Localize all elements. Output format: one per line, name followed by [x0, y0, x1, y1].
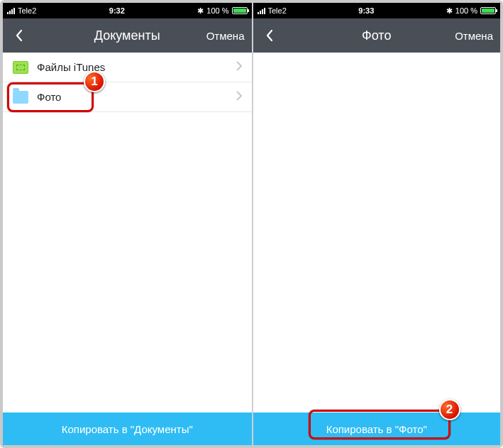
folder-icon: [13, 91, 28, 104]
chevron-left-icon: [15, 29, 23, 42]
row-itunes-files[interactable]: Файлы iTunes: [3, 53, 252, 82]
folder-list-empty: [253, 53, 501, 413]
bluetooth-icon: ✱: [197, 6, 204, 16]
status-bar: Tele2 9:32 ✱ 100 %: [3, 3, 252, 18]
carrier-label: Tele2: [268, 6, 287, 15]
cancel-button[interactable]: Отмена: [206, 30, 245, 42]
status-bar: Tele2 9:33 ✱ 100 %: [253, 3, 501, 18]
row-label: Файлы iTunes: [37, 61, 105, 73]
signal-icon: [7, 8, 15, 14]
signal-icon: [258, 8, 265, 14]
copy-button[interactable]: Копировать в "Документы": [3, 413, 252, 445]
cancel-button[interactable]: Отмена: [455, 30, 493, 42]
row-photo[interactable]: Фото: [3, 82, 252, 112]
folder-list: Файлы iTunes Фото: [3, 53, 252, 413]
battery-icon: [480, 7, 496, 14]
carrier-label: Tele2: [18, 6, 36, 15]
chevron-right-icon: [236, 91, 242, 104]
battery-icon: [232, 7, 248, 14]
clock-label: 9:33: [289, 6, 443, 15]
bluetooth-icon: ✱: [446, 6, 453, 16]
screen-documents: Tele2 9:32 ✱ 100 % Документы Отмена Файл…: [3, 3, 252, 445]
back-button[interactable]: [10, 26, 28, 45]
battery-percent: 100 %: [206, 6, 228, 15]
copy-button-label: Копировать в "Документы": [62, 423, 193, 435]
nav-bar: Фото Отмена: [253, 18, 501, 53]
status-left: Tele2: [7, 6, 36, 15]
row-label: Фото: [37, 91, 61, 103]
dual-screenshot-frame: Tele2 9:32 ✱ 100 % Документы Отмена Файл…: [0, 0, 503, 448]
status-left: Tele2: [258, 6, 287, 15]
back-button[interactable]: [260, 26, 279, 45]
screen-photo: Tele2 9:33 ✱ 100 % Фото Отмена Копироват…: [252, 3, 501, 445]
status-right: ✱ 100 %: [446, 6, 496, 16]
chevron-left-icon: [265, 29, 274, 42]
chevron-right-icon: [236, 61, 242, 74]
battery-percent: 100 %: [455, 6, 477, 15]
copy-button[interactable]: Копировать в "Фото": [253, 413, 501, 445]
clock-label: 9:32: [39, 6, 194, 15]
copy-button-label: Копировать в "Фото": [326, 423, 427, 435]
itunes-folder-icon: [13, 61, 28, 74]
nav-bar: Документы Отмена: [3, 18, 252, 53]
status-right: ✱ 100 %: [197, 6, 247, 16]
